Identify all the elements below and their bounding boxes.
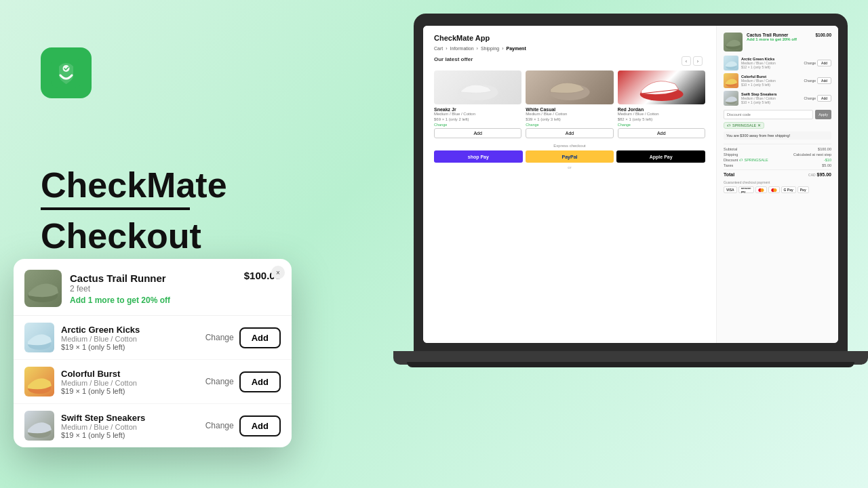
popup-card: × Cactus Trail Runner 2 feet Add 1 more … <box>14 259 292 447</box>
shipping-label: Shipping <box>724 152 738 157</box>
coupon-code: SPRINGSALE <box>732 123 756 127</box>
popup-item-meta-2: Medium / Blue / Cotton <box>61 379 199 387</box>
popup-item-1: Arctic Green Kicks Medium / Blue / Cotto… <box>14 316 292 360</box>
os-main-info: Cactus Trail Runner Add 1 more to get 20… <box>747 33 812 42</box>
discount-apply-btn[interactable]: Apply <box>815 110 831 119</box>
payment-amazon: amazonpay <box>738 186 754 193</box>
product-name-1: Sneakz Jr <box>434 107 521 112</box>
offer-header: Our latest offer ‹ › <box>434 56 705 66</box>
os-item-img-3 <box>724 91 738 106</box>
breadcrumb: Cart › Information › Shipping › Payment <box>434 46 705 51</box>
shopay-btn[interactable]: shop Pay <box>434 150 523 163</box>
coupon-tag: 🏷 SPRINGSALE ✕ <box>724 122 764 129</box>
os-btn-group-1: Change Add <box>804 60 831 66</box>
subtotal-label: Subtotal <box>724 147 737 151</box>
carousel-prev-btn[interactable]: ‹ <box>682 56 691 66</box>
product-add-btn-2[interactable]: Add <box>526 128 613 138</box>
os-item-info-1: Arctic Green Kicks Medium / Blue / Cotto… <box>741 57 802 69</box>
payment-icons: VISA amazonpay ⬤⬤ ⬤⬤ G Pay Pay <box>724 186 831 193</box>
popup-item-img-2 <box>24 367 54 396</box>
popup-item-info-2: Colorful Burst Medium / Blue / Cotton $1… <box>61 369 199 395</box>
popup-item-img-1 <box>24 323 54 352</box>
offer-carousel: Sneakz Jr Medium / Blue / Cotton $69 × 1… <box>434 70 705 138</box>
taxes-value: $5.00 <box>822 163 831 167</box>
payment-visa: VISA <box>724 186 737 193</box>
breadcrumb-shipping: Shipping <box>481 46 499 51</box>
or-divider: or <box>434 165 705 169</box>
product-name-2: White Casual <box>526 107 613 112</box>
guarantee-label: Guaranteed checkout payment <box>724 180 831 184</box>
product-card-1: Sneakz Jr Medium / Blue / Cotton $69 × 1… <box>434 70 521 138</box>
svg-point-1 <box>63 65 70 72</box>
app-icon-svg <box>51 58 81 88</box>
os-add-btn-3[interactable]: Add <box>817 95 831 102</box>
product-img-1 <box>434 70 521 104</box>
express-label: Express checkout <box>434 144 705 148</box>
os-change-btn-1[interactable]: Change <box>804 61 816 65</box>
popup-item-price-2: $19 × 1 (only 5 left) <box>61 387 199 395</box>
shipping-notice: You are $300 away from free shipping! <box>724 131 831 140</box>
popup-change-btn-2[interactable]: Change <box>205 377 234 386</box>
os-add-btn-1[interactable]: Add <box>817 60 831 66</box>
product-add-btn-1[interactable]: Add <box>434 128 521 138</box>
product-add-btn-3[interactable]: Add <box>618 128 705 138</box>
os-main-product: Cactus Trail Runner Add 1 more to get 20… <box>724 33 831 52</box>
total-value: CAD $95.00 <box>808 172 831 177</box>
os-item-2: Colorful Burst Medium / Blue / Cotton $1… <box>724 73 831 88</box>
os-add-btn-2[interactable]: Add <box>817 77 831 84</box>
summary-total: Total CAD $95.00 <box>724 169 831 177</box>
applepay-btn[interactable]: Apple Pay <box>616 150 705 163</box>
subtotal-value: $100.00 <box>818 147 831 151</box>
discount-code-inline: 🏷 SPRINGSALE <box>739 158 768 162</box>
os-item-1: Arctic Green Kicks Medium / Blue / Cotto… <box>724 56 831 70</box>
popup-add-btn-3[interactable]: Add <box>239 415 281 436</box>
summary-lines: Subtotal $100.00 Shipping Calculated at … <box>724 144 831 177</box>
offer-nav[interactable]: ‹ › <box>682 56 703 66</box>
product-meta-2: Medium / Blue / Cotton <box>526 112 613 116</box>
carousel-next-btn[interactable]: › <box>693 56 703 66</box>
product-meta-3: Medium / Blue / Cotton <box>618 112 705 116</box>
coupon-remove[interactable]: ✕ <box>757 123 761 127</box>
popup-header-info: Cactus Trail Runner 2 feet Add 1 more to… <box>70 272 236 305</box>
product-change-2[interactable]: Change <box>526 123 613 127</box>
popup-add-btn-2[interactable]: Add <box>239 371 281 392</box>
product-img-2 <box>526 70 613 104</box>
popup-item-info-1: Arctic Green Kicks Medium / Blue / Cotto… <box>61 325 199 351</box>
popup-product-sub: 2 feet <box>70 284 236 293</box>
popup-change-btn-3[interactable]: Change <box>205 421 234 430</box>
breadcrumb-payment: Payment <box>507 46 526 51</box>
popup-change-btn-1[interactable]: Change <box>205 333 234 342</box>
headline1: CheckMate <box>41 166 326 205</box>
discount-input[interactable] <box>724 110 813 119</box>
product-change-3[interactable]: Change <box>618 123 705 127</box>
popup-item-meta-3: Medium / Blue / Cotton <box>61 423 199 431</box>
popup-item-meta-1: Medium / Blue / Cotton <box>61 335 199 343</box>
popup-btn-group-2: Change Add <box>205 371 281 392</box>
os-btn-group-3: Change Add <box>804 95 831 102</box>
summary-subtotal: Subtotal $100.00 <box>724 147 831 151</box>
product-card-3: Red Jordan Medium / Blue / Cotton $82 × … <box>618 70 705 138</box>
os-item-info-2: Colorful Burst Medium / Blue / Cotton $1… <box>741 75 802 87</box>
popup-close-btn[interactable]: × <box>271 266 285 279</box>
paypal-btn[interactable]: PayPal <box>526 150 614 163</box>
coupon-emoji: 🏷 <box>727 123 731 127</box>
product-price-3: $82 × 1 (only 5 left) <box>618 117 705 121</box>
checkout-main: CheckMate App Cart › Information › Shipp… <box>423 26 716 343</box>
laptop-screen: CheckMate App Cart › Information › Shipp… <box>423 26 838 343</box>
app-screen: CheckMate App Cart › Information › Shipp… <box>423 26 838 343</box>
os-item-img-2 <box>724 73 738 88</box>
os-change-btn-2[interactable]: Change <box>804 79 816 83</box>
os-change-btn-3[interactable]: Change <box>804 96 816 100</box>
popup-item-price-1: $19 × 1 (only 5 left) <box>61 343 199 351</box>
os-main-img <box>724 33 743 52</box>
os-btn-group-2: Change Add <box>804 77 831 84</box>
express-section: Express checkout shop Pay PayPal Apple P… <box>434 144 705 169</box>
discount-row: Apply <box>724 110 831 119</box>
popup-main-img <box>24 270 62 307</box>
popup-add-btn-1[interactable]: Add <box>239 327 281 348</box>
payment-gpay: G Pay <box>781 186 796 193</box>
popup-btn-group-3: Change Add <box>205 415 281 436</box>
product-change-1[interactable]: Change <box>434 123 521 127</box>
right-panel: CheckMate App Cart › Information › Shipp… <box>393 14 868 474</box>
popup-item-name-2: Colorful Burst <box>61 369 199 379</box>
